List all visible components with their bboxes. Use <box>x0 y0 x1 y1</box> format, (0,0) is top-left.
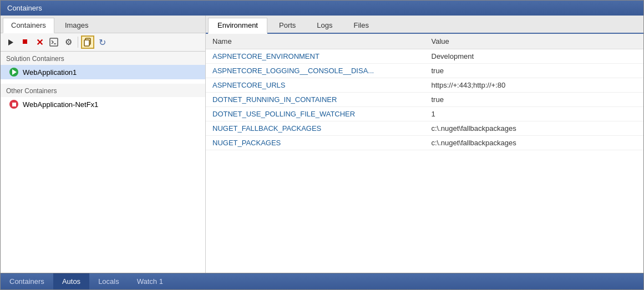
copy-button[interactable] <box>81 35 94 49</box>
env-name-cell: ASPNETCORE_LOGGING__CONSOLE__DISA... <box>206 64 425 78</box>
env-name-cell: NUGET_PACKAGES <box>206 136 425 150</box>
table-row[interactable]: ASPNETCORE_LOGGING__CONSOLE__DISA...true <box>206 64 643 78</box>
toolbar: ✕ ⚙ ↻ <box>1 33 205 52</box>
bottom-tab-locals[interactable]: Locals <box>89 273 128 289</box>
env-name-cell: ASPNETCORE_URLS <box>206 78 425 93</box>
tab-environment[interactable]: Environment <box>208 18 267 34</box>
env-name-cell: ASPNETCORE_ENVIRONMENT <box>206 49 425 64</box>
bottom-tabs: Containers Autos Locals Watch 1 <box>1 273 643 289</box>
bottom-tab-watch1[interactable]: Watch 1 <box>128 273 172 289</box>
env-value-cell: true <box>425 93 644 107</box>
solution-containers-header: Solution Containers <box>1 52 205 65</box>
env-value-cell: 1 <box>425 107 644 121</box>
title-bar: Containers <box>1 1 643 16</box>
svg-rect-1 <box>23 39 27 44</box>
table-row[interactable]: NUGET_FALLBACK_PACKAGESc:\.nuget\fallbac… <box>206 121 643 136</box>
status-icon-stopped <box>9 100 18 109</box>
tab-logs[interactable]: Logs <box>307 18 342 33</box>
svg-marker-0 <box>8 39 13 45</box>
env-name-cell: DOTNET_RUNNING_IN_CONTAINER <box>206 93 425 107</box>
env-value-cell: c:\.nuget\fallbackpackages <box>425 136 644 150</box>
tab-ports[interactable]: Ports <box>270 18 305 33</box>
main-content: Containers Images ✕ <box>1 16 643 273</box>
settings-button[interactable]: ⚙ <box>62 35 75 49</box>
env-name-cell: NUGET_FALLBACK_PACKAGES <box>206 121 425 136</box>
right-tabs: Environment Ports Logs Files <box>206 16 643 34</box>
left-panel: Containers Images ✕ <box>1 16 206 273</box>
env-value-cell: c:\.nuget\fallbackpackages <box>425 121 644 136</box>
tab-images[interactable]: Images <box>57 18 97 33</box>
section-spacer <box>1 79 205 84</box>
env-value-cell: Development <box>425 49 644 64</box>
right-panel: Environment Ports Logs Files Name <box>206 16 643 273</box>
stop-button[interactable] <box>18 35 32 49</box>
toolbar-separator <box>78 37 78 48</box>
environment-table: Name Value ASPNETCORE_ENVIRONMENTDevelop… <box>206 34 643 273</box>
bottom-tab-containers[interactable]: Containers <box>1 273 53 289</box>
refresh-button[interactable]: ↻ <box>95 35 109 49</box>
svg-rect-5 <box>84 40 89 46</box>
container-name-netfx1: WebApplication-NetFx1 <box>23 100 98 109</box>
tab-files[interactable]: Files <box>344 18 378 33</box>
env-value-cell: true <box>425 64 644 78</box>
bottom-tab-autos[interactable]: Autos <box>53 273 89 289</box>
status-icon-running <box>9 68 18 77</box>
table-row[interactable]: ASPNETCORE_URLShttps://+:443;http://+:80 <box>206 78 643 93</box>
container-item-webapplication-netfx1[interactable]: WebApplication-NetFx1 <box>1 97 205 111</box>
terminal-button[interactable] <box>47 35 60 49</box>
main-window: Containers Containers Images <box>0 0 644 290</box>
table-row[interactable]: DOTNET_USE_POLLING_FILE_WATCHER1 <box>206 107 643 121</box>
play-triangle-icon <box>12 69 17 75</box>
table-row[interactable]: ASPNETCORE_ENVIRONMENTDevelopment <box>206 49 643 64</box>
left-tabs: Containers Images <box>1 16 205 33</box>
col-header-name: Name <box>206 34 425 49</box>
table-row[interactable]: NUGET_PACKAGESc:\.nuget\fallbackpackages <box>206 136 643 150</box>
remove-button[interactable]: ✕ <box>33 35 46 49</box>
other-containers-header: Other Containers <box>1 84 205 97</box>
container-name-webapplication1: WebApplication1 <box>23 68 77 77</box>
start-button[interactable] <box>4 35 17 49</box>
env-name-cell: DOTNET_USE_POLLING_FILE_WATCHER <box>206 107 425 121</box>
container-item-webapplication1[interactable]: WebApplication1 <box>1 65 205 79</box>
stop-square-icon <box>12 103 16 106</box>
tab-containers[interactable]: Containers <box>3 18 54 33</box>
table-row[interactable]: DOTNET_RUNNING_IN_CONTAINERtrue <box>206 93 643 107</box>
col-header-value: Value <box>425 34 644 49</box>
env-value-cell: https://+:443;http://+:80 <box>425 78 644 93</box>
window-title: Containers <box>7 4 42 12</box>
